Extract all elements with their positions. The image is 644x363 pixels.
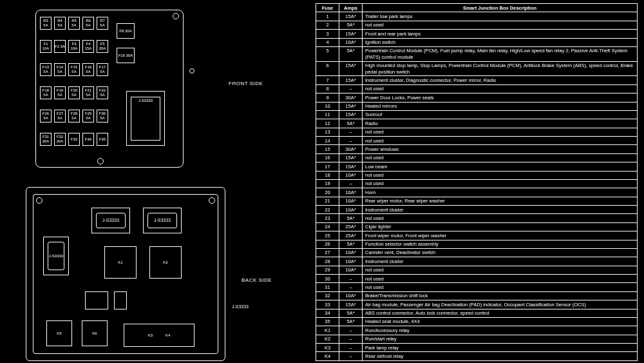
fuse-slot: R7 5A: [97, 17, 108, 30]
cell-desc: Run/start relay: [363, 335, 638, 343]
table-row: K4–Rear defrost relay: [316, 352, 638, 360]
mounting-hole: [97, 158, 104, 164]
cell-desc: Front wiper motor, Front wiper washer: [363, 231, 638, 240]
cell-desc: not used: [363, 128, 638, 136]
table-row: 125A*Radio: [316, 119, 638, 128]
fuse-slot: R6 5A: [82, 17, 94, 30]
fuse-slot: F13 5A: [40, 63, 52, 76]
table-row: 14–not used: [316, 137, 638, 145]
cell-desc: not used: [363, 275, 638, 283]
fuse-slot: F35: [97, 133, 108, 146]
cell-desc: Powertrain Control Module (PCM), Fuel pu…: [363, 46, 638, 61]
cell-desc: Cigar lighter: [363, 222, 638, 231]
cell-fuse: 19: [316, 179, 339, 188]
table-row: 235A*not used: [316, 214, 638, 222]
cell-desc: not used: [363, 283, 638, 291]
fuse-slot: F33: [68, 133, 80, 146]
cell-desc: Power Door Locks, Power seats: [363, 93, 638, 102]
cell-amps: –: [339, 335, 363, 343]
fuse-slot: F5 20A: [97, 40, 108, 53]
cell-desc: not used: [363, 137, 638, 145]
fuse-slot: F3 10A: [68, 40, 80, 53]
table-row: 3315A*Air bag module, Passenger Air bag …: [316, 300, 638, 309]
fuse-slot: F16 5A: [82, 63, 94, 76]
cell-desc: Sunroof: [363, 110, 638, 119]
table-row: 2810A*Instrument cluster: [316, 257, 638, 266]
cell-desc: Air bag module, Passenger Air bag Deacti…: [363, 300, 638, 309]
table-row: 55A*Powertrain Control Module (PCM), Fue…: [316, 46, 638, 61]
cell-amps: 10A*: [339, 291, 363, 300]
cell-amps: –: [339, 275, 363, 283]
cell-amps: 10A*: [339, 248, 363, 257]
fuse-slot: F18 5A: [40, 86, 52, 99]
fuse-slot: F21 5A: [82, 86, 94, 99]
mounting-hole: [189, 68, 194, 74]
table-row: 2525A*Front wiper motor, Front wiper was…: [316, 231, 638, 240]
cell-fuse: 14: [316, 137, 339, 145]
cell-desc: Function selector switch assembly: [363, 240, 638, 248]
fuse-slot: F32 20A: [54, 133, 66, 146]
table-row: 345A*ABS control connector, Auto lock co…: [316, 309, 638, 317]
cell-amps: 15A*: [339, 300, 363, 309]
fuse-slot: F34: [82, 133, 94, 146]
table-row: 115A*Trailer tow park lamps: [316, 12, 638, 21]
cell-amps: 5A*: [339, 119, 363, 128]
fuse-table: Fuse Amps Smart Junction Box Description…: [316, 3, 638, 361]
cell-desc: not used: [363, 84, 638, 93]
cell-fuse: K3: [316, 344, 339, 352]
cell-fuse: 5: [316, 46, 339, 61]
table-row: 2110A*Rear wiper motor, Rear wiper washe…: [316, 197, 638, 205]
cell-fuse: 35: [316, 317, 339, 326]
cell-fuse: 24: [316, 222, 339, 231]
cell-desc: Trailer tow park lamps: [363, 12, 638, 21]
fuse-slot: F30 5A: [97, 110, 108, 123]
cell-desc: not used: [363, 266, 638, 274]
cell-desc: Ignition switch: [363, 38, 638, 46]
cell-desc: not used: [363, 153, 638, 162]
relay-block: J-S3333: [43, 237, 69, 275]
table-panel: Fuse Amps Smart Junction Box Description…: [316, 0, 644, 363]
table-row: 25A*not used: [316, 21, 638, 29]
table-row: 930A*Power Door Locks, Power seats: [316, 93, 638, 102]
cell-amps: 15A*: [339, 12, 363, 21]
header-amps: Amps: [339, 4, 363, 12]
cell-fuse: 18: [316, 171, 339, 179]
table-row: 315A*Front and rear park lamps: [316, 30, 638, 38]
fuse-slot: F16 30A: [117, 48, 135, 63]
cell-fuse: 20: [316, 188, 339, 197]
cell-fuse: 8: [316, 84, 339, 93]
fuse-slot: F17 5A: [97, 63, 108, 76]
table-row: 31–not used: [316, 283, 638, 291]
cell-fuse: 31: [316, 283, 339, 291]
fuse-slot: F8 20A: [117, 23, 135, 39]
relay-block: J-S3333: [126, 91, 165, 146]
table-row: 1015A*Heated mirrors: [316, 102, 638, 110]
cell-fuse: 28: [316, 257, 339, 266]
cell-desc: Instrument cluster: [363, 257, 638, 266]
cell-amps: 15A*: [339, 76, 363, 84]
cell-amps: 15A*: [339, 102, 363, 110]
cell-fuse: 21: [316, 197, 339, 205]
table-row: K2–Run/start relay: [316, 335, 638, 343]
fuse-slot: F14 5A: [54, 63, 66, 76]
fuse-slot: R3 5A: [40, 17, 52, 30]
header-desc: Smart Junction Box Description: [363, 4, 638, 12]
cell-desc: Heated seat module, 4X4: [363, 317, 638, 326]
cell-fuse: 11: [316, 110, 339, 119]
fuse-slot: F20 5A: [68, 86, 80, 99]
cell-amps: 10A*: [339, 171, 363, 179]
cell-amps: –: [339, 352, 363, 360]
block-k5: K5: [46, 320, 72, 346]
cell-fuse: K2: [316, 335, 339, 343]
cell-amps: 10A*: [339, 197, 363, 205]
cell-fuse: 25: [316, 231, 339, 240]
cell-amps: 5A*: [339, 317, 363, 326]
cell-amps: 15A*: [339, 153, 363, 162]
cell-fuse: 16: [316, 153, 339, 162]
cell-fuse: 3: [316, 30, 339, 38]
fuse-slot: F15 5A: [68, 63, 80, 76]
fuse-slot: F31 20A: [40, 133, 52, 146]
table-row: 3210A*Brake/Transmission shift lock: [316, 291, 638, 300]
fuse-slot: F1 10A: [40, 40, 52, 53]
table-row: K3–Park lamp relay: [316, 344, 638, 352]
